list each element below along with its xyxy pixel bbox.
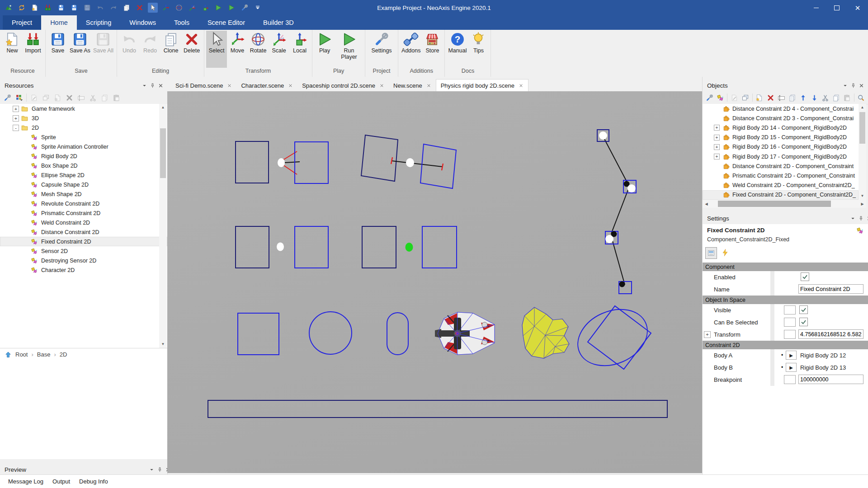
statusbar-tab[interactable]: Message Log: [4, 478, 48, 485]
duplicate-button[interactable]: [788, 93, 796, 102]
breadcrumb-base[interactable]: Base: [37, 351, 51, 358]
close-icon[interactable]: [857, 81, 865, 89]
new-object-button[interactable]: [755, 93, 764, 102]
close-icon[interactable]: [156, 81, 165, 89]
can-be-selected-checkbox[interactable]: [799, 318, 808, 326]
transform-field[interactable]: [798, 329, 863, 339]
reference-picker-button[interactable]: ▶: [786, 351, 797, 360]
play-button[interactable]: Play: [314, 31, 335, 68]
addons-button[interactable]: Addons: [400, 31, 422, 68]
tree-item[interactable]: Sprite: [0, 132, 167, 142]
scene-tab[interactable]: Spaceship control 2D.scene: [297, 80, 389, 91]
object-item[interactable]: + Rigid Body 2D 17 - Component_RigidBody…: [703, 152, 859, 161]
save-as-button[interactable]: [69, 3, 79, 13]
menu-tab[interactable]: Scripting: [77, 15, 120, 30]
menu-tab[interactable]: Project: [3, 15, 41, 30]
minimize-button[interactable]: [806, 0, 826, 15]
pin-icon[interactable]: [148, 81, 156, 89]
scene-viewport[interactable]: [167, 91, 702, 473]
manual-button[interactable]: Manual: [447, 31, 468, 68]
object-item[interactable]: Distance Constraint 2D - Component_Const…: [703, 161, 859, 171]
object-item[interactable]: Weld Constraint 2D - Component_Constrain…: [703, 181, 859, 190]
clone-button[interactable]: [122, 3, 132, 13]
object-item[interactable]: Prismatic Constraint 2D - Component_Cons…: [703, 171, 859, 180]
object-item[interactable]: + Rigid Body 2D 16 - Component_RigidBody…: [703, 142, 859, 152]
statusbar-tab[interactable]: Debug Info: [75, 478, 113, 485]
move-down-button[interactable]: [810, 93, 818, 102]
move-tool-button[interactable]: [161, 3, 171, 13]
navigate-up-icon[interactable]: [5, 351, 12, 358]
tree-item[interactable]: Weld Constraint 2D: [0, 218, 167, 227]
chevron-down-icon[interactable]: [849, 214, 857, 222]
panel-settings-button[interactable]: [3, 93, 12, 102]
expander-icon[interactable]: +: [714, 125, 720, 131]
scene-tab[interactable]: Sci-fi Demo.scene: [171, 80, 236, 91]
tree-item[interactable]: Mesh Shape 2D: [0, 189, 167, 199]
search-button[interactable]: [857, 93, 865, 102]
panel-settings-button[interactable]: [705, 93, 713, 102]
maximize-button[interactable]: [826, 0, 847, 15]
scene-tab[interactable]: New.scene: [389, 80, 436, 91]
toolbar-options-caret[interactable]: [253, 3, 263, 13]
scene-tab[interactable]: Character.scene: [236, 80, 297, 91]
default-flag-box[interactable]: [784, 330, 796, 339]
new-resource-button[interactable]: [30, 3, 40, 13]
local-transform-button[interactable]: [200, 3, 210, 13]
settings-button[interactable]: Settings: [367, 31, 396, 68]
select-tool-button[interactable]: [148, 3, 158, 13]
chevron-down-icon[interactable]: [147, 465, 156, 474]
enabled-checkbox[interactable]: [801, 272, 809, 281]
pin-icon[interactable]: [857, 214, 865, 222]
object-item[interactable]: Distance Constraint 2D 3 - Component_Con…: [703, 113, 859, 123]
tree-item[interactable]: Fixed Constraint 2D: [0, 237, 167, 246]
chevron-down-icon[interactable]: [841, 81, 849, 89]
breadcrumb-root[interactable]: Root: [15, 351, 28, 358]
tab-close-icon[interactable]: [227, 83, 232, 88]
properties-tab[interactable]: [705, 247, 717, 259]
save-as-button[interactable]: Save As: [68, 31, 92, 68]
tree-item[interactable]: Prismatic Constraint 2D: [0, 208, 167, 218]
expander-icon[interactable]: +: [13, 106, 19, 112]
new-button[interactable]: New: [2, 31, 23, 68]
cut-button[interactable]: [821, 93, 829, 102]
pin-icon[interactable]: [849, 81, 857, 89]
tree-item[interactable]: Revolute Constraint 2D: [0, 199, 167, 208]
delete-button[interactable]: [135, 3, 145, 13]
tips-button[interactable]: Tips: [468, 31, 489, 68]
run-player-button[interactable]: Run Player: [335, 31, 363, 68]
app-logo-icon[interactable]: [4, 3, 14, 13]
tree-item[interactable]: Rigid Body 2D: [0, 151, 167, 161]
tree-item[interactable]: Ellipse Shape 2D: [0, 170, 167, 180]
import-button[interactable]: [43, 3, 53, 13]
play-button[interactable]: [213, 3, 223, 13]
rename-object-button[interactable]: [777, 93, 785, 102]
chevron-down-icon[interactable]: [140, 81, 148, 89]
object-item[interactable]: + Rigid Body 2D 14 - Component_RigidBody…: [703, 123, 859, 132]
move-tool-button[interactable]: Move: [227, 31, 248, 68]
expander-icon[interactable]: +: [714, 154, 720, 160]
tree-item[interactable]: Distance Constraint 2D: [0, 227, 167, 237]
tree-item[interactable]: Destroying Sensor 2D: [0, 256, 167, 265]
rotate-tool-button[interactable]: [174, 3, 184, 13]
local-transform-button[interactable]: Local: [289, 31, 310, 68]
open-windows-button[interactable]: [741, 93, 750, 102]
menu-tab[interactable]: Tools: [165, 15, 198, 30]
clone-button[interactable]: Clone: [160, 31, 181, 68]
save-button[interactable]: [56, 3, 66, 13]
default-flag-box[interactable]: [784, 318, 796, 327]
expander-icon[interactable]: +: [714, 144, 720, 150]
object-item[interactable]: Distance Constraint 2D 4 - Component_Con…: [703, 104, 859, 113]
expander-icon[interactable]: +: [13, 115, 19, 122]
tree-item[interactable]: + Game framework: [0, 104, 167, 113]
move-up-button[interactable]: [799, 93, 807, 102]
expander-icon[interactable]: -: [13, 125, 19, 131]
tab-close-icon[interactable]: [288, 83, 293, 88]
menu-tab[interactable]: Builder 3D: [254, 15, 303, 30]
object-item[interactable]: + Rigid Body 2D 15 - Component_RigidBody…: [703, 133, 859, 142]
tree-item[interactable]: - 2D: [0, 123, 167, 132]
name-field[interactable]: [798, 284, 863, 294]
import-button[interactable]: Import: [23, 31, 43, 68]
breakpoint-field[interactable]: [798, 375, 863, 384]
statusbar-tab[interactable]: Output: [48, 478, 75, 485]
objects-vertical-scrollbar[interactable]: ▲ ▼: [859, 104, 866, 200]
